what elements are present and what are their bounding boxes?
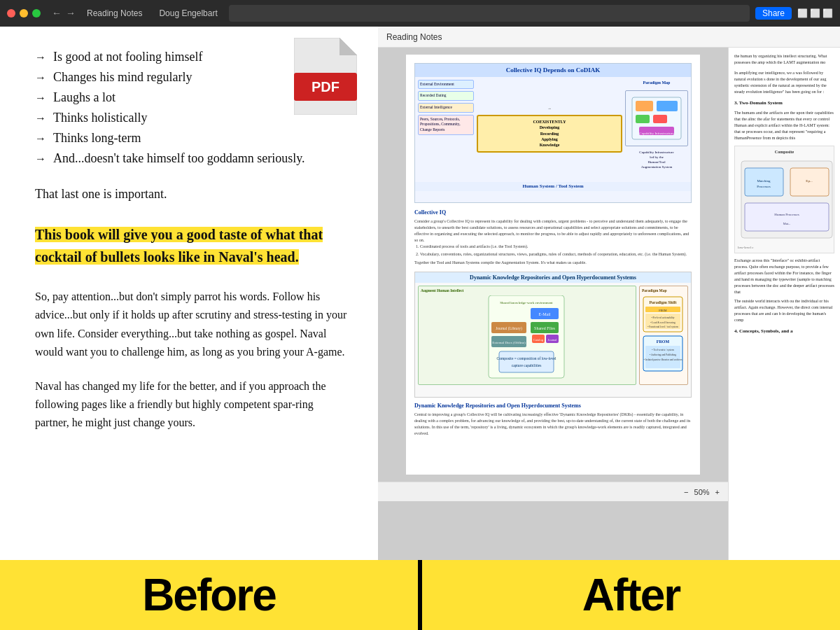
- outside-world-text: The outside world interacts with ou the …: [734, 298, 834, 323]
- arrow-icon: →: [35, 150, 46, 167]
- paradigm-map-label: Paradigm Map: [625, 80, 688, 85]
- augment-diagram: Augment Human Intellect Shared knowledge…: [418, 286, 636, 385]
- two-domain-heading: 3. Two-Domain System: [734, 99, 834, 107]
- list-item: → And...doesn't take himself too goddamn…: [35, 149, 350, 168]
- svg-text:Shared knowledge-work environm: Shared knowledge-work environment: [500, 301, 553, 304]
- svg-text:Matching: Matching: [757, 179, 771, 183]
- svg-text:PDF: PDF: [312, 79, 340, 94]
- svg-text:• Functional level / tool syst: • Functional level / tool system: [648, 326, 678, 328]
- dynamic-knowledge-section-title: Dynamic Knowledge Repositories and Open …: [414, 402, 692, 410]
- composite-diagram-small: Composite Matching Processes Ep... Human…: [734, 146, 834, 253]
- document-page: Collective IQ Depends on CoDIAK External…: [406, 55, 700, 475]
- before-section: Before: [0, 560, 418, 630]
- arrow-icon: →: [35, 49, 46, 66]
- document-viewer[interactable]: Collective IQ Depends on CoDIAK External…: [378, 48, 728, 560]
- collective-iq-body: Consider a group's Collective IQ to repr…: [414, 218, 692, 244]
- side-text-amplifying: In amplifying our intelligence, we a was…: [734, 70, 834, 95]
- collective-iq-section-title: Collective IQ: [414, 209, 692, 216]
- zoom-in-icon[interactable]: +: [715, 488, 720, 496]
- svg-text:Mat...: Mat...: [783, 222, 791, 225]
- svg-text:Capability Infrastructure: Capability Infrastructure: [639, 132, 674, 135]
- pdf-icon-area: PDF: [294, 38, 357, 118]
- browser-navigation: ← →: [52, 8, 76, 19]
- paradigm-map-2: Paradigm Map Paradigm Shift FROM • Pre-l…: [639, 286, 688, 385]
- arrow-icon: →: [35, 130, 46, 147]
- main-content: PDF → Is good at not fooling himself → C…: [0, 27, 840, 560]
- highlight-text: This book will give you a good taste of …: [35, 227, 323, 265]
- bullet-text-5: Thinks long-term: [53, 129, 141, 148]
- two-domain-text: The humans and the artifacts are the upo…: [734, 110, 834, 141]
- back-icon[interactable]: ←: [52, 8, 62, 19]
- paradigm-map-diagram: Capability Infrastructure: [625, 90, 688, 146]
- dynamic-knowledge-diagram: Dynamic Knowledge Repositories and Open …: [414, 272, 692, 398]
- window-controls: [7, 9, 41, 18]
- bullet-text-6: And...doesn't take himself too goddamn s…: [53, 149, 305, 168]
- bullet-text-4: Thinks holistically: [53, 108, 148, 127]
- svg-text:Human Processes: Human Processes: [774, 213, 799, 216]
- arrow-icon: →: [35, 69, 46, 86]
- left-panel: PDF → Is good at not fooling himself → C…: [0, 27, 378, 560]
- forward-icon[interactable]: →: [66, 8, 76, 19]
- svg-text:E-Mail: E-Mail: [539, 312, 551, 316]
- exchange-text: Exchange across this "Interface" oc exhi…: [734, 258, 834, 295]
- highlight-block: This book will give you a good taste of …: [35, 223, 350, 268]
- right-content: Collective IQ Depends on CoDIAK External…: [378, 48, 840, 560]
- svg-rect-25: [499, 351, 554, 372]
- before-label: Before: [142, 569, 276, 621]
- capability-label: Capability Infrastructureled by theHuman…: [625, 150, 688, 169]
- body-paragraph-2: Naval has changed my life for the better…: [35, 377, 350, 433]
- human-system-label: Human System / Tool System: [415, 182, 691, 192]
- svg-text:Composite = composition of low: Composite = composition of low-level: [497, 356, 556, 360]
- svg-rect-5: [636, 101, 653, 111]
- after-section: After: [422, 560, 840, 630]
- low-level-label: low-level c: [738, 245, 831, 250]
- url-bar[interactable]: [229, 5, 750, 22]
- share-button[interactable]: Share: [755, 7, 792, 20]
- maximize-window-button[interactable]: [32, 9, 41, 18]
- last-one-paragraph: That last one is important.: [35, 185, 350, 204]
- side-text-intro: the human by organizing his intellect st…: [734, 53, 834, 66]
- browser-actions: Share ⬜ ⬜ ⬜: [755, 7, 833, 20]
- diagram-right-column: Paradigm Map Capab: [625, 80, 688, 179]
- after-label: After: [582, 569, 680, 621]
- svg-text:Paradigm Shift: Paradigm Shift: [649, 300, 676, 304]
- reading-bar: Reading Notes: [378, 27, 840, 48]
- bottom-bar: Before After: [0, 560, 840, 630]
- tab-doug-engelbart[interactable]: Doug Engelbart: [153, 7, 223, 20]
- coexist-box: COEXISTENTLYDevelopingRecordingApplyingK…: [477, 115, 622, 153]
- zoom-out-icon[interactable]: −: [684, 488, 688, 496]
- list-item-1: Coordinated process of tools and artifac…: [420, 244, 692, 249]
- side-text-panel: the human by organizing his intellect st…: [728, 48, 840, 560]
- reading-notes-label: Reading Notes: [386, 32, 442, 42]
- svg-rect-6: [657, 101, 678, 111]
- svg-text:• Load & scroll browsing: • Load & scroll browsing: [650, 321, 676, 324]
- minimize-window-button[interactable]: [20, 9, 28, 18]
- bullet-text-1: Is good at not fooling himself: [53, 48, 202, 66]
- svg-text:Journal (Library): Journal (Library): [496, 326, 522, 331]
- close-window-button[interactable]: [7, 9, 15, 18]
- numbered-list: Coordinated process of tools and artifac…: [414, 244, 692, 257]
- svg-text:• Isolated passive libraries a: • Isolated passive libraries and archive…: [643, 358, 682, 361]
- diagram-box-external2: External Intelligence: [418, 103, 474, 113]
- diagram-left-column: External Environment Recorded Dating Ext…: [418, 80, 474, 179]
- svg-rect-8: [653, 115, 667, 123]
- svg-text:External Docs (Offline): External Docs (Offline): [492, 341, 526, 344]
- list-item: → Thinks long-term: [35, 129, 350, 148]
- svg-text:Journal: Journal: [547, 338, 557, 342]
- right-panel: Reading Notes Collective IQ Depends on C…: [378, 27, 840, 560]
- arrow-icon: →: [35, 90, 46, 106]
- svg-text:• Pre-level actionability: • Pre-level actionability: [651, 316, 674, 319]
- svg-rect-7: [636, 115, 650, 123]
- zoom-level: 50%: [694, 488, 710, 496]
- svg-rect-48: [745, 203, 829, 231]
- collective-iq-diagram: Collective IQ Depends on CoDIAK External…: [414, 63, 692, 203]
- list-item-2: Vocabulary, conventions, roles, organiza…: [420, 251, 692, 257]
- diagram-box-external: External Environment: [418, 80, 474, 90]
- svg-marker-1: [340, 38, 357, 55]
- tab-reading-notes[interactable]: Reading Notes: [81, 7, 148, 20]
- svg-text:Shared Files: Shared Files: [534, 326, 555, 330]
- svg-text:FROM: FROM: [657, 340, 670, 344]
- svg-text:capture capabilities: capture capabilities: [512, 363, 542, 368]
- concepts-heading: 4. Concepts, Symbols, and a: [734, 328, 834, 335]
- diagram-box-peers: Peers, Sources, Protocols, Propositions,…: [418, 115, 474, 135]
